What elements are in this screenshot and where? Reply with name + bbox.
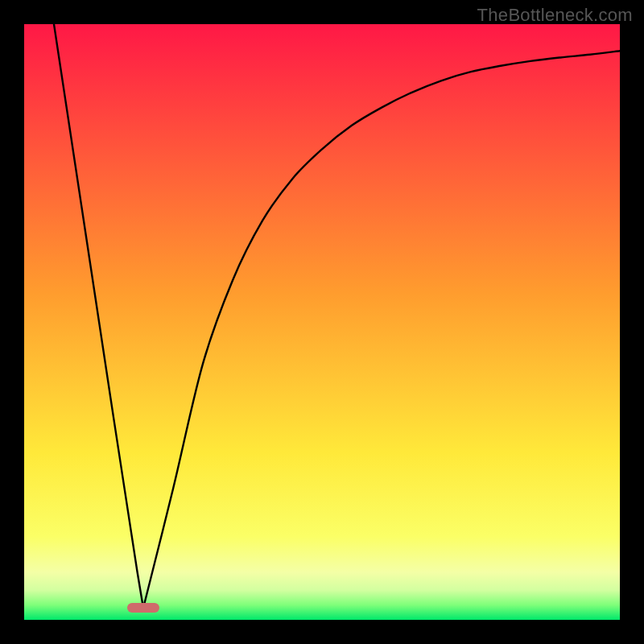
- plot-area: [24, 24, 620, 620]
- watermark-label: TheBottleneck.com: [477, 5, 633, 26]
- bottleneck-marker: [127, 603, 159, 613]
- chart-container: TheBottleneck.com: [0, 0, 644, 644]
- curve-layer: [24, 24, 620, 620]
- bottleneck-curve: [54, 24, 620, 608]
